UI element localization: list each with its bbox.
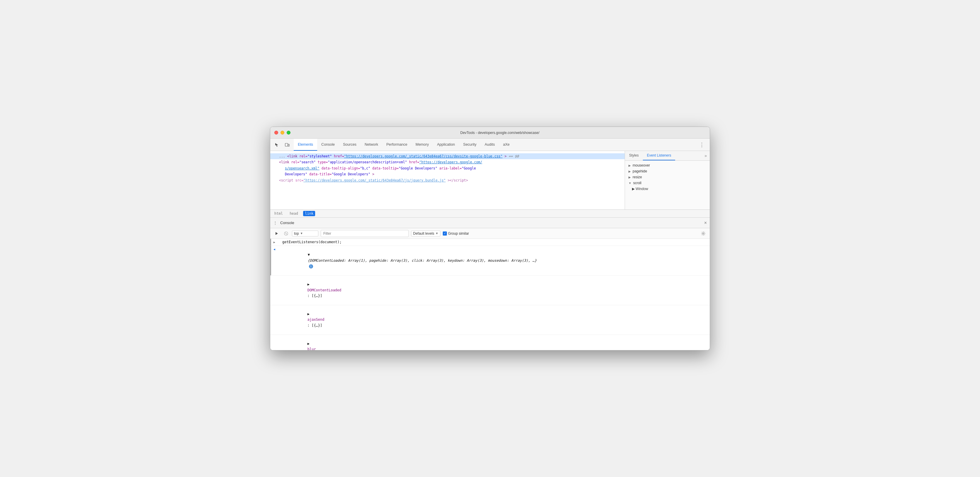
tab-console[interactable]: Console [317, 139, 339, 151]
event-mouseover[interactable]: ▶ mouseover [625, 163, 710, 168]
window-title: DevTools - developers.google.com/web/sho… [294, 131, 706, 135]
context-dropdown-arrow: ▼ [300, 232, 303, 235]
breadcrumb-bar: html head link [270, 210, 710, 218]
event-scroll[interactable]: ▼ scroll [625, 180, 710, 186]
console-output-text: ▼ {DOMContentLoaded: Array(1), pagehide:… [282, 246, 708, 274]
device-toggle-icon[interactable] [283, 141, 291, 149]
levels-label: Default levels [413, 231, 434, 236]
chevron-right-icon: ▶ [628, 164, 631, 167]
right-tab-more[interactable]: » [702, 151, 710, 160]
console-output[interactable]: ▶ getEventListeners(document); ◀ ▼ {DOMC… [270, 239, 710, 350]
close-button[interactable] [274, 131, 278, 134]
tree-blur: ▶ blur : [{…}] [270, 335, 710, 350]
tree-domcontentloaded: ▶ DOMContentLoaded : [{…}] [270, 276, 710, 305]
tab-event-listeners[interactable]: Event Listeners [643, 151, 675, 160]
output-arrow-icon: ◀ [274, 247, 275, 252]
event-pagehide[interactable]: ▶ pagehide [625, 168, 710, 174]
breadcrumb-head[interactable]: head [288, 211, 300, 216]
dom-line-link2[interactable]: <link rel="search" type="application/ope… [270, 159, 625, 165]
tab-application[interactable]: Application [433, 139, 459, 151]
tab-elements[interactable]: Elements [294, 139, 317, 151]
devtools-window: DevTools - developers.google.com/web/sho… [270, 127, 710, 350]
event-scroll-window[interactable]: ▶ Window [625, 186, 710, 192]
console-menu-icon[interactable]: ⋮ [273, 220, 277, 225]
dom-tree[interactable]: ... <link rel="stylesheet" href="https:/… [270, 151, 625, 209]
tab-network[interactable]: Network [361, 139, 382, 151]
more-tabs-button[interactable]: ⋮ [696, 139, 708, 151]
group-similar-checkbox[interactable]: ✓ [443, 231, 447, 236]
title-bar: DevTools - developers.google.com/web/sho… [270, 127, 710, 139]
filter-input[interactable] [321, 230, 409, 237]
event-list: ▶ mouseover ▶ pagehide ▶ resize ▼ scroll [625, 161, 710, 209]
levels-selector[interactable]: Default levels ▼ [411, 231, 441, 236]
chevron-down-icon: ▼ [628, 182, 632, 185]
dom-line-link1[interactable]: ... <link rel="stylesheet" href="https:/… [270, 153, 625, 159]
context-selector[interactable]: top ▼ [292, 231, 318, 236]
cursor-icon[interactable] [272, 141, 281, 149]
breadcrumb-html[interactable]: html [272, 211, 285, 216]
traffic-lights [274, 131, 291, 134]
dom-line-link2c[interactable]: Developers" data-title="Google Developer… [270, 171, 625, 177]
input-arrow-icon: ▶ [274, 240, 275, 245]
svg-marker-2 [275, 232, 278, 235]
tab-memory[interactable]: Memory [411, 139, 433, 151]
right-panel: Styles Event Listeners » ▶ mouseover ▶ p… [625, 151, 710, 209]
levels-dropdown-arrow: ▼ [436, 232, 438, 235]
tab-bar-icons [272, 139, 291, 151]
settings-icon[interactable] [700, 230, 707, 237]
breadcrumb-link[interactable]: link [303, 211, 315, 216]
tab-bar: Elements Console Sources Network Perform… [270, 139, 710, 151]
minimize-button[interactable] [280, 131, 284, 134]
event-resize[interactable]: ▶ resize [625, 174, 710, 180]
dom-line-script[interactable]: <script src="https://developers.google.c… [270, 177, 625, 183]
tab-audits[interactable]: Audits [480, 139, 499, 151]
svg-rect-0 [285, 144, 288, 146]
run-button[interactable] [273, 230, 280, 237]
console-header: ⋮ Console × [270, 218, 710, 228]
group-similar-label: Group similar [448, 231, 469, 236]
tab-sources[interactable]: Sources [339, 139, 361, 151]
chevron-right-icon: ▶ [628, 175, 631, 179]
console-entry-input: ▶ getEventListeners(document); [270, 239, 710, 246]
group-similar-toggle[interactable]: ✓ Group similar [443, 231, 469, 236]
tab-axe[interactable]: aXe [499, 139, 514, 151]
console-entry-output: ◀ ▼ {DOMContentLoaded: Array(1), pagehid… [270, 246, 710, 276]
console-toolbar: top ▼ Default levels ▼ ✓ Group similar [270, 228, 710, 239]
maximize-button[interactable] [287, 131, 291, 134]
right-tabs: Styles Event Listeners » [625, 151, 710, 161]
console-section: ⋮ Console × top ▼ Default levels [270, 218, 710, 350]
stop-button[interactable] [283, 230, 290, 237]
chevron-right-icon: ▶ [628, 170, 631, 173]
main-area: ... <link rel="stylesheet" href="https:/… [270, 151, 710, 350]
console-title: Console [280, 220, 701, 225]
elements-panel: ... <link rel="stylesheet" href="https:/… [270, 151, 710, 210]
tab-performance[interactable]: Performance [382, 139, 412, 151]
context-label: top [294, 231, 299, 236]
dom-line-link2b[interactable]: s/opensearch.xml" data-tooltip-align="b,… [270, 165, 625, 171]
console-input-text: getEventListeners(document); [282, 239, 708, 245]
tab-styles[interactable]: Styles [625, 151, 643, 160]
svg-point-5 [703, 233, 704, 234]
tab-security[interactable]: Security [459, 139, 480, 151]
svg-rect-1 [288, 144, 289, 146]
console-close-button[interactable]: × [704, 220, 707, 226]
tree-ajaxsend: ▶ ajaxSend : [{…}] [270, 305, 710, 335]
info-badge: i [309, 264, 313, 268]
svg-line-4 [285, 233, 287, 235]
